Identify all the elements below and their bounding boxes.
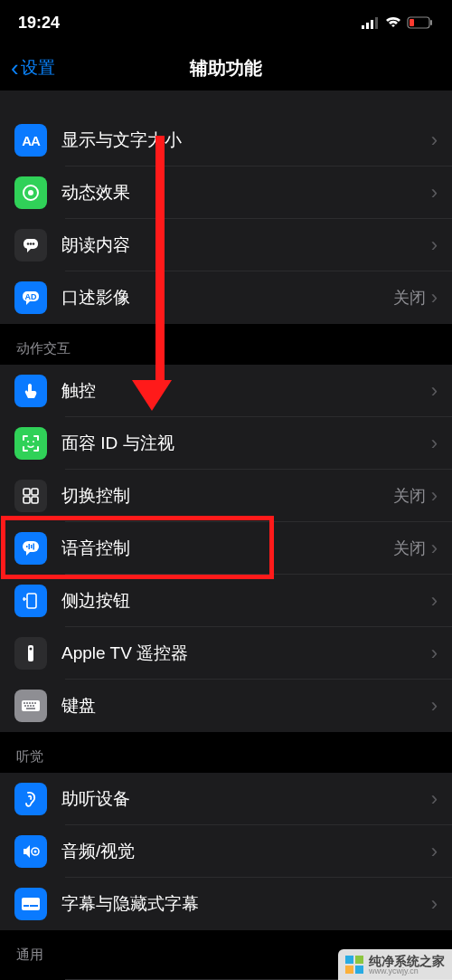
side-button-icon bbox=[14, 585, 47, 617]
svg-rect-1 bbox=[366, 23, 369, 29]
row-display-text-size[interactable]: AA 显示与文字大小 › bbox=[0, 114, 452, 167]
row-audio-descriptions[interactable]: AD 口述影像 关闭 › bbox=[0, 271, 452, 324]
section-header-interaction: 动作交互 bbox=[0, 324, 452, 365]
svg-rect-6 bbox=[430, 20, 432, 25]
subtitles-icon bbox=[14, 888, 47, 920]
svg-rect-24 bbox=[31, 545, 33, 548]
svg-point-12 bbox=[33, 243, 35, 245]
chevron-left-icon: ‹ bbox=[11, 56, 19, 80]
chevron-right-icon: › bbox=[431, 892, 438, 916]
back-button[interactable]: ‹ 设置 bbox=[11, 56, 55, 80]
chevron-right-icon: › bbox=[431, 787, 438, 811]
svg-rect-42 bbox=[22, 898, 40, 910]
svg-rect-33 bbox=[32, 702, 33, 704]
svg-text:AD: AD bbox=[25, 292, 37, 301]
svg-rect-35 bbox=[24, 705, 26, 707]
chevron-right-icon: › bbox=[431, 379, 438, 403]
row-label: 口述影像 bbox=[61, 286, 393, 309]
row-label: Apple TV 遥控器 bbox=[61, 642, 431, 665]
row-switch-control[interactable]: 切换控制 关闭 › bbox=[0, 470, 452, 522]
chevron-right-icon: › bbox=[431, 286, 438, 309]
row-label: 切换控制 bbox=[61, 484, 393, 508]
svg-rect-44 bbox=[30, 905, 38, 907]
row-value: 关闭 bbox=[393, 485, 426, 507]
row-audio-visual[interactable]: 音频/视觉 › bbox=[0, 825, 452, 878]
row-side-button[interactable]: 侧边按钮 › bbox=[0, 575, 452, 627]
status-time: 19:24 bbox=[18, 14, 60, 33]
row-partial-top[interactable] bbox=[0, 90, 452, 114]
keyboard-icon bbox=[14, 690, 47, 722]
chevron-right-icon: › bbox=[431, 484, 438, 508]
row-value: 关闭 bbox=[393, 287, 426, 309]
svg-rect-38 bbox=[33, 705, 34, 707]
svg-rect-30 bbox=[24, 702, 25, 704]
remote-icon bbox=[14, 637, 47, 670]
ad-bubble-icon: AD bbox=[14, 281, 47, 314]
watermark-url: www.ycwjy.cn bbox=[369, 967, 445, 975]
back-label: 设置 bbox=[21, 56, 55, 80]
row-label: 键盘 bbox=[61, 694, 431, 718]
svg-rect-18 bbox=[32, 489, 38, 495]
row-label: 朗读内容 bbox=[61, 233, 431, 257]
row-subtitles[interactable]: 字幕与隐藏式字幕 › bbox=[0, 878, 452, 930]
svg-point-8 bbox=[28, 190, 33, 195]
touch-icon bbox=[14, 375, 47, 407]
row-label: 侧边按钮 bbox=[61, 589, 431, 613]
svg-rect-39 bbox=[26, 708, 35, 709]
audio-visual-icon bbox=[14, 835, 47, 868]
svg-point-11 bbox=[30, 243, 33, 245]
chevron-right-icon: › bbox=[431, 642, 438, 665]
watermark-text: 纯净系统之家 bbox=[369, 955, 445, 967]
svg-point-10 bbox=[27, 243, 30, 245]
row-label: 显示与文字大小 bbox=[61, 128, 431, 152]
grid-icon bbox=[14, 480, 47, 512]
watermark-logo-icon bbox=[345, 956, 363, 974]
row-keyboards[interactable]: 键盘 › bbox=[0, 680, 452, 732]
chevron-right-icon: › bbox=[431, 181, 438, 205]
svg-rect-3 bbox=[375, 17, 378, 29]
row-voice-control[interactable]: 语音控制 关闭 › bbox=[0, 522, 452, 575]
settings-list-hearing: 助听设备 › 音频/视觉 › 字幕与隐藏式字幕 › bbox=[0, 773, 452, 930]
status-icons bbox=[362, 16, 434, 29]
svg-point-41 bbox=[34, 851, 37, 853]
svg-rect-32 bbox=[29, 702, 31, 704]
svg-rect-26 bbox=[27, 594, 36, 608]
row-label: 面容 ID 与注视 bbox=[61, 432, 431, 455]
svg-rect-19 bbox=[24, 497, 30, 503]
chevron-right-icon: › bbox=[431, 432, 438, 455]
row-label: 助听设备 bbox=[61, 787, 431, 811]
row-hearing-devices[interactable]: 助听设备 › bbox=[0, 773, 452, 825]
svg-point-16 bbox=[33, 441, 34, 442]
speech-bubble-icon bbox=[14, 229, 47, 262]
section-header-hearing: 听觉 bbox=[0, 732, 452, 773]
signal-icon bbox=[362, 16, 380, 29]
text-size-icon: AA bbox=[14, 124, 47, 157]
row-face-id[interactable]: 面容 ID 与注视 › bbox=[0, 417, 452, 470]
row-value: 关闭 bbox=[393, 538, 426, 559]
svg-rect-20 bbox=[32, 497, 38, 503]
chevron-right-icon: › bbox=[431, 537, 438, 560]
row-touch[interactable]: 触控 › bbox=[0, 365, 452, 417]
svg-rect-0 bbox=[362, 25, 364, 29]
row-apple-tv-remote[interactable]: Apple TV 遥控器 › bbox=[0, 627, 452, 680]
svg-rect-2 bbox=[371, 20, 373, 29]
svg-rect-36 bbox=[27, 705, 29, 707]
chevron-right-icon: › bbox=[431, 128, 438, 152]
row-label: 音频/视觉 bbox=[61, 840, 431, 863]
svg-rect-22 bbox=[26, 546, 28, 547]
motion-icon bbox=[14, 176, 47, 209]
voice-bubble-icon bbox=[14, 532, 47, 565]
chevron-right-icon: › bbox=[431, 589, 438, 613]
row-label: 触控 bbox=[61, 379, 431, 403]
ear-icon bbox=[14, 783, 47, 815]
svg-rect-37 bbox=[30, 705, 32, 707]
nav-bar: ‹ 设置 辅助功能 bbox=[0, 45, 452, 90]
row-label: 语音控制 bbox=[61, 537, 393, 560]
row-spoken-content[interactable]: 朗读内容 › bbox=[0, 219, 452, 271]
settings-list-interaction: 触控 › 面容 ID 与注视 › 切换控制 关闭 › 语音控制 关闭 › 侧边按… bbox=[0, 365, 452, 732]
row-motion[interactable]: 动态效果 › bbox=[0, 167, 452, 219]
status-bar: 19:24 bbox=[0, 0, 452, 45]
svg-rect-23 bbox=[29, 544, 31, 549]
settings-list-visual: AA 显示与文字大小 › 动态效果 › 朗读内容 › AD 口述影像 关闭 › bbox=[0, 90, 452, 324]
svg-rect-5 bbox=[410, 19, 414, 26]
